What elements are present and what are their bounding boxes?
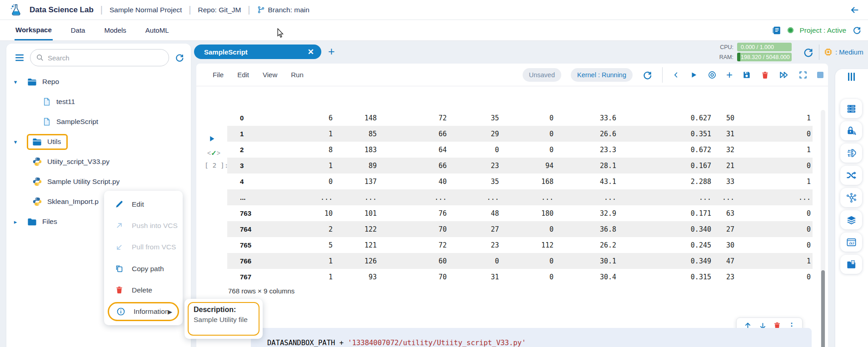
- menu-edit[interactable]: Edit: [237, 71, 249, 79]
- data-cell: 30: [713, 237, 736, 253]
- resource-monitor: CPU: 0.000 / 1.000 RAM: 198.320 / 5048.0…: [716, 43, 792, 61]
- code-string-literal: '13384007072/utility/Utiity_script_V33.p…: [348, 339, 526, 347]
- target-icon[interactable]: [708, 70, 717, 79]
- search-icon: [36, 54, 44, 62]
- caret-down-icon[interactable]: ▾: [12, 79, 19, 85]
- project-refresh-icon[interactable]: [852, 25, 862, 35]
- tab-models[interactable]: Models: [103, 21, 127, 40]
- data-cell: ...: [294, 189, 334, 205]
- tab-data[interactable]: Data: [70, 21, 86, 40]
- run-cell-icon[interactable]: [690, 71, 698, 79]
- security-lock-key-button[interactable]: [840, 121, 862, 140]
- execution-count: [ 2 ]:: [205, 162, 228, 169]
- context-delete[interactable]: Delete: [104, 281, 183, 300]
- tab-workspace[interactable]: Workspace: [15, 20, 53, 40]
- server-tool-button[interactable]: [840, 99, 862, 118]
- shuffle-button[interactable]: [840, 166, 862, 185]
- project-status: Project : Active: [799, 26, 846, 35]
- caret-right-icon[interactable]: ▸: [12, 218, 19, 225]
- tree-item-repo[interactable]: ▾ Repo: [6, 72, 191, 92]
- data-cell: 29: [449, 126, 501, 142]
- data-cell: 70: [379, 269, 449, 285]
- context-push-vcs: Push into VCS: [104, 216, 183, 235]
- function-button[interactable]: (x): [840, 233, 862, 252]
- search-input[interactable]: [48, 54, 163, 62]
- tree-label: Utils: [47, 138, 61, 146]
- ml-brain-button[interactable]: [840, 144, 862, 163]
- copy-icon: [115, 264, 124, 273]
- tab-title: SampleScript: [204, 48, 308, 56]
- context-copy-path[interactable]: Copy path: [104, 259, 183, 278]
- data-cell: 6: [294, 110, 334, 126]
- data-cell: 1: [294, 126, 334, 142]
- add-cell-icon[interactable]: +: [726, 69, 733, 81]
- data-cell: 36.8: [555, 221, 618, 237]
- description-tooltip: Description: Sample Utility file: [185, 299, 263, 339]
- divider: |: [248, 5, 250, 15]
- data-cell: 0: [501, 221, 555, 237]
- tree-refresh-icon[interactable]: [175, 53, 185, 63]
- top-bar: Data Science Lab | Sample Normal Project…: [0, 0, 868, 20]
- run-all-icon[interactable]: [779, 70, 789, 80]
- table-row: 28183640023.30.672321: [227, 142, 813, 158]
- table-row: 76310101764818032.90.171630: [227, 205, 813, 221]
- row-index-cell: 765: [227, 237, 294, 253]
- stop-icon[interactable]: [817, 72, 823, 78]
- close-tab-icon[interactable]: ✕: [308, 47, 314, 57]
- layers-button[interactable]: [840, 210, 862, 229]
- menu-file[interactable]: File: [213, 71, 224, 79]
- info-icon: [116, 307, 125, 316]
- app-name: Data Science Lab: [30, 5, 94, 15]
- code-cell[interactable]: DATASANDBOX_PATH + '13384007072/utility/…: [251, 328, 812, 347]
- data-cell: 0: [501, 269, 555, 285]
- hamburger-menu-icon[interactable]: [15, 53, 25, 63]
- row-index-cell: 764: [227, 221, 294, 237]
- add-tab-icon[interactable]: +: [328, 45, 335, 58]
- save-icon[interactable]: [742, 70, 751, 79]
- tree-item-utils[interactable]: ▾ Utils: [6, 132, 191, 152]
- data-cell: 32: [713, 142, 736, 158]
- data-cell: 168: [501, 174, 555, 189]
- cell-play-icon[interactable]: [208, 135, 216, 143]
- arrow-up-right-icon: [115, 221, 124, 230]
- notebook-scrollbar[interactable]: [821, 110, 825, 347]
- tree-item-samplescript[interactable]: SampleScript: [6, 112, 191, 132]
- file-icon: [42, 117, 51, 126]
- context-edit[interactable]: Edit: [104, 195, 183, 214]
- tree-item-utility-script-v33[interactable]: Utiity_script_V33.py: [6, 152, 191, 172]
- caret-down-icon[interactable]: ▾: [12, 139, 19, 145]
- back-arrow-icon[interactable]: [850, 5, 860, 15]
- menu-view[interactable]: View: [263, 71, 277, 79]
- tree-item-sample-utility-script[interactable]: Sample Utility Script.py: [6, 172, 191, 192]
- scrollbar-thumb[interactable]: [821, 270, 825, 347]
- tooltip-title: Description:: [194, 306, 254, 314]
- chevron-left-icon[interactable]: [672, 71, 680, 79]
- editor-tab-samplescript[interactable]: SampleScript ✕: [194, 45, 321, 59]
- context-information[interactable]: Information ▶: [108, 302, 179, 321]
- data-cell: 1: [736, 110, 813, 126]
- kernel-refresh-icon[interactable]: [642, 70, 653, 80]
- right-tool-rail: (x): [835, 69, 868, 347]
- data-cell: 66: [379, 158, 449, 174]
- project-files-button[interactable]: [840, 255, 862, 274]
- data-cell: 137: [334, 174, 379, 189]
- tree-item-test11[interactable]: test11: [6, 92, 191, 112]
- project-log-icon[interactable]: [772, 25, 782, 35]
- tab-automl[interactable]: AutoML: [145, 21, 170, 40]
- data-cell: 1: [736, 142, 813, 158]
- network-graph-button[interactable]: [840, 188, 862, 207]
- resources-refresh-icon[interactable]: [803, 47, 814, 58]
- fullscreen-icon[interactable]: [798, 70, 808, 79]
- python-file-icon: [32, 177, 42, 187]
- data-cell: 121: [334, 237, 379, 253]
- data-cell: 35: [449, 174, 501, 189]
- row-index-cell: 767: [227, 269, 294, 285]
- branch-selector[interactable]: Branch: main: [257, 6, 309, 14]
- cpu-label: CPU:: [716, 44, 733, 50]
- context-item-label: Delete: [132, 286, 152, 294]
- menu-run[interactable]: Run: [291, 71, 304, 79]
- arrow-down-left-icon: [115, 243, 124, 252]
- data-cell: 31: [449, 269, 501, 285]
- panel-columns-icon[interactable]: [848, 73, 855, 81]
- delete-icon[interactable]: [761, 71, 769, 79]
